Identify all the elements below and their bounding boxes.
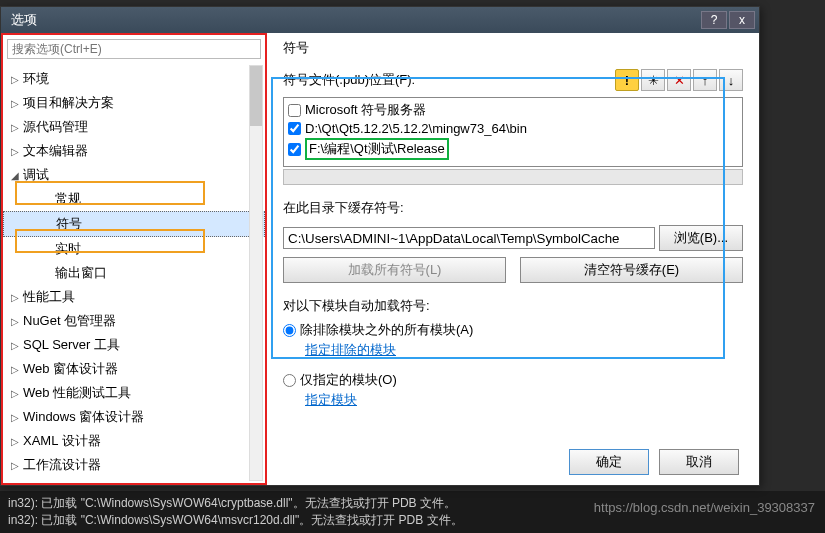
tree-item[interactable]: 实时 [3,237,265,261]
locations-list: Microsoft 符号服务器D:\Qt\Qt5.12.2\5.12.2\min… [283,97,743,167]
tree-item-label: Web 窗体设计器 [23,360,118,378]
autoload-label: 对以下模块自动加载符号: [283,297,743,315]
category-sidebar: ▷环境▷项目和解决方案▷源代码管理▷文本编辑器◢调试常规符号实时输出窗口▷性能工… [1,33,267,485]
help-button[interactable]: ? [701,11,727,29]
warning-icon[interactable]: ! [615,69,639,91]
tree-item-label: 项目和解决方案 [23,94,114,112]
panel-title: 符号 [283,39,743,57]
location-checkbox[interactable] [288,122,301,135]
chevron-icon: ▷ [11,74,19,85]
chevron-icon: ▷ [11,412,19,423]
tree-item-label: Web 性能测试工具 [23,384,131,402]
tree-item[interactable]: ▷环境 [3,67,265,91]
tree-item-label: 性能工具 [23,288,75,306]
cancel-button[interactable]: 取消 [659,449,739,475]
tree-item-label: 文本编辑器 [23,142,88,160]
location-row[interactable]: D:\Qt\Qt5.12.2\5.12.2\mingw73_64\bin [286,120,740,137]
cache-path-input[interactable] [283,227,655,249]
tree-item-label: 源代码管理 [23,118,88,136]
radio-exclude[interactable] [283,324,296,337]
specify-excluded-link[interactable]: 指定排除的模块 [305,341,396,359]
tree-item-label: 常规 [55,190,81,208]
tree-item[interactable]: 输出窗口 [3,261,265,285]
titlebar: 选项 ? x [1,7,759,33]
location-row[interactable]: Microsoft 符号服务器 [286,100,740,120]
chevron-icon: ▷ [11,340,19,351]
location-text: Microsoft 符号服务器 [305,101,426,119]
locations-toolbar: ! ✳ ✕ ↑ ↓ [615,69,743,91]
tree-item[interactable]: ▷项目和解决方案 [3,91,265,115]
tree-item-label: XAML 设计器 [23,432,101,450]
radio-only[interactable] [283,374,296,387]
tree-item[interactable]: ▷Windows 窗体设计器 [3,405,265,429]
tree-item[interactable]: 符号 [3,211,265,237]
tree-item-label: 输出窗口 [55,264,107,282]
tree-item[interactable]: ▷Web 性能测试工具 [3,381,265,405]
cache-label: 在此目录下缓存符号: [283,199,743,217]
chevron-icon: ▷ [11,436,19,447]
chevron-icon: ▷ [11,292,19,303]
locations-scrollbar[interactable] [283,169,743,185]
dialog-title: 选项 [11,11,37,29]
chevron-icon: ▷ [11,316,19,327]
tree-item-label: 符号 [56,215,82,233]
chevron-icon: ▷ [11,146,19,157]
ok-button[interactable]: 确定 [569,449,649,475]
chevron-icon: ▷ [11,364,19,375]
specify-modules-link[interactable]: 指定模块 [305,391,357,409]
clear-cache-button[interactable]: 清空符号缓存(E) [520,257,743,283]
location-text: D:\Qt\Qt5.12.2\5.12.2\mingw73_64\bin [305,121,527,136]
close-button[interactable]: x [729,11,755,29]
radio-only-label: 仅指定的模块(O) [300,371,397,389]
tree-item-label: Windows 窗体设计器 [23,408,144,426]
chevron-icon: ▷ [11,388,19,399]
chevron-icon: ▷ [11,122,19,133]
tree-item[interactable]: ▷源代码管理 [3,115,265,139]
tree-item-label: NuGet 包管理器 [23,312,116,330]
delete-location-button[interactable]: ✕ [667,69,691,91]
tree-item[interactable]: ▷XAML 设计器 [3,429,265,453]
tree-item[interactable]: ◢调试 [3,163,265,187]
location-checkbox[interactable] [288,104,301,117]
load-all-button[interactable]: 加载所有符号(L) [283,257,506,283]
tree-item[interactable]: ▷Web 窗体设计器 [3,357,265,381]
move-up-button[interactable]: ↑ [693,69,717,91]
watermark: https://blog.csdn.net/weixin_39308337 [594,500,815,515]
tree-item-label: SQL Server 工具 [23,336,120,354]
location-text: F:\编程\Qt测试\Release [305,138,449,160]
options-dialog: 选项 ? x ▷环境▷项目和解决方案▷源代码管理▷文本编辑器◢调试常规符号实时输… [0,6,760,486]
tree-item[interactable]: ▷性能工具 [3,285,265,309]
search-input[interactable] [7,39,261,59]
tree-item-label: 工作流设计器 [23,456,101,474]
move-down-button[interactable]: ↓ [719,69,743,91]
browse-button[interactable]: 浏览(B)... [659,225,743,251]
tree-item[interactable]: ▷文本编辑器 [3,139,265,163]
tree-item-label: 环境 [23,70,49,88]
location-checkbox[interactable] [288,143,301,156]
category-tree: ▷环境▷项目和解决方案▷源代码管理▷文本编辑器◢调试常规符号实时输出窗口▷性能工… [3,63,265,481]
tree-item-label: 实时 [55,240,81,258]
sidebar-scrollbar[interactable] [249,65,263,481]
tree-item[interactable]: 常规 [3,187,265,211]
main-panel: 符号 符号文件(.pdb)位置(F): ! ✳ ✕ ↑ ↓ Microsoft … [267,33,759,485]
chevron-icon: ▷ [11,460,19,471]
tree-item[interactable]: ▷NuGet 包管理器 [3,309,265,333]
radio-exclude-label: 除排除模块之外的所有模块(A) [300,321,473,339]
tree-item[interactable]: ▷SQL Server 工具 [3,333,265,357]
tree-item[interactable]: ▷工作流设计器 [3,453,265,477]
locations-label: 符号文件(.pdb)位置(F): [283,71,415,89]
tree-item-label: 调试 [23,166,49,184]
chevron-icon: ◢ [11,170,19,181]
chevron-icon: ▷ [11,98,19,109]
new-location-button[interactable]: ✳ [641,69,665,91]
location-row[interactable]: F:\编程\Qt测试\Release [286,137,740,161]
